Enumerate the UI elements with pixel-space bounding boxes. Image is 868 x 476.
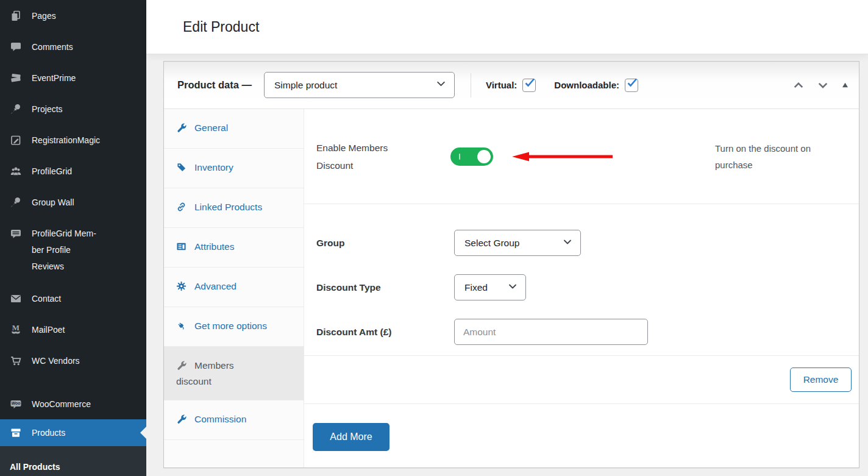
metabox-title: Product data — <box>177 79 252 91</box>
tab-attributes[interactable]: Attributes <box>164 228 304 268</box>
sidebar-item-label: Group Wall <box>32 197 146 208</box>
add-more-button[interactable]: Add More <box>313 423 390 451</box>
page-body: Product data — Simple product Virtual: D… <box>146 54 868 476</box>
discount-amount-input[interactable] <box>454 319 648 345</box>
group-select[interactable]: Select Group <box>454 230 581 256</box>
tab-general[interactable]: General <box>164 109 304 149</box>
sidebar-item-registrationmagic[interactable]: RegistrationMagic <box>0 124 146 155</box>
sidebar-item-comments[interactable]: Comments <box>0 31 146 62</box>
sidebar-item-eventprime[interactable]: EventPrime <box>0 62 146 93</box>
email-icon <box>0 293 32 305</box>
sidebar-item-label: ProfileGrid <box>32 166 146 177</box>
sidebar-item-label: WooCommerce <box>32 399 146 410</box>
page-title: Edit Product <box>183 19 259 35</box>
group-row: Group Select Group <box>316 230 859 256</box>
enable-discount-toggle[interactable] <box>450 147 493 166</box>
toggle-on-tick <box>459 154 460 160</box>
sidebar-item-group-wall[interactable]: Group Wall <box>0 186 146 218</box>
svg-text:Woo: Woo <box>12 401 21 405</box>
sidebar-item-wc-vendors[interactable]: WC Vendors <box>0 345 146 376</box>
tickets-icon <box>0 72 32 84</box>
tab-advanced[interactable]: Advanced <box>164 268 304 307</box>
pages-icon <box>0 10 32 22</box>
sidebar-item-woocommerce[interactable]: Woo WooCommerce <box>0 388 146 419</box>
tab-commission[interactable]: Commission <box>164 400 304 440</box>
group-select-value: Select Group <box>464 238 519 249</box>
sidebar-item-projects[interactable]: Projects <box>0 93 146 124</box>
svg-text:M: M <box>12 324 20 332</box>
downloadable-checkbox[interactable] <box>625 79 638 92</box>
product-type-select[interactable]: Simple product <box>264 72 455 98</box>
page-header: Edit Product <box>146 0 868 54</box>
tab-members-discount[interactable]: Members discount <box>164 347 304 400</box>
sidebar-item-label: MailPoet <box>32 324 146 335</box>
enable-discount-label: Enable Members Discount <box>316 139 408 174</box>
pushpin-icon <box>0 103 32 115</box>
comments-icon <box>0 41 32 53</box>
discount-fields: Group Select Group Discount Type Fixed <box>304 204 859 356</box>
wrench-icon <box>176 414 187 428</box>
enable-discount-help: Turn on the discount on purchase <box>715 140 834 173</box>
pushpin-icon <box>0 196 32 208</box>
header-divider <box>471 73 471 98</box>
chevron-down-icon <box>508 282 518 294</box>
sidebar-item-label: Projects <box>32 104 146 115</box>
members-discount-panel: Enable Members Discount Turn on the disc… <box>304 109 859 467</box>
tab-inventory[interactable]: Inventory <box>164 149 304 188</box>
woocommerce-icon: Woo <box>0 398 32 410</box>
form-icon <box>176 241 187 255</box>
sidebar-item-label: Products <box>32 427 146 438</box>
order-up-icon[interactable] <box>792 79 805 91</box>
products-submenu: All Products <box>0 446 146 476</box>
discount-type-value: Fixed <box>464 282 488 293</box>
virtual-checkbox-label[interactable]: Virtual: <box>486 79 536 92</box>
gear-icon <box>176 281 187 295</box>
sidebar-item-pages[interactable]: Pages <box>0 0 146 31</box>
sidebar-item-label: Comments <box>32 41 146 52</box>
tab-get-more-options[interactable]: Get more options <box>164 307 304 347</box>
active-menu-notch <box>140 427 146 439</box>
sidebar-item-contact[interactable]: Contact <box>0 283 146 314</box>
sidebar-item-mailpoet[interactable]: M MailPoet <box>0 314 146 345</box>
remove-button[interactable]: Remove <box>790 368 852 392</box>
tab-linked-products[interactable]: Linked Products <box>164 188 304 228</box>
product-type-value: Simple product <box>274 80 337 91</box>
product-data-tabs: General Inventory Linked Products Attrib… <box>164 109 304 467</box>
link-icon <box>176 202 187 216</box>
sidebar-item-label: WC Vendors <box>32 355 146 366</box>
product-data-header: Product data — Simple product Virtual: D… <box>164 62 859 109</box>
sidebar-item-label: ProfileGrid Mem­ber Profile Reviews <box>32 226 98 275</box>
cart-icon <box>0 355 32 367</box>
order-down-icon[interactable] <box>817 79 829 91</box>
sidebar-item-label: Pages <box>32 10 146 21</box>
add-more-row: Add More <box>304 404 859 451</box>
chevron-down-icon <box>563 237 572 249</box>
wrench-icon <box>176 360 187 374</box>
sidebar-item-label: EventPrime <box>32 73 146 83</box>
plug-icon <box>176 321 187 335</box>
products-box-icon <box>0 427 32 439</box>
groups-icon <box>0 165 32 177</box>
sidebar-item-profilegrid[interactable]: ProfileGrid <box>0 155 146 186</box>
downloadable-checkbox-label[interactable]: Downloadable: <box>554 79 638 92</box>
remove-row: Remove <box>304 356 859 404</box>
discount-amount-label: Discount Amt (£) <box>316 327 454 338</box>
sidebar-item-products[interactable]: Products <box>0 419 146 446</box>
group-label: Group <box>316 238 454 249</box>
virtual-checkbox[interactable] <box>522 79 536 92</box>
sidebar-item-label: RegistrationMagic <box>32 135 146 146</box>
review-bubble-icon <box>0 228 32 240</box>
submenu-item-all-products[interactable]: All Products <box>0 458 146 475</box>
registration-edit-icon <box>0 134 32 146</box>
discount-type-row: Discount Type Fixed <box>316 274 859 300</box>
tag-icon <box>176 162 187 176</box>
chevron-down-icon <box>436 79 446 91</box>
sidebar-item-label: Contact <box>32 293 146 304</box>
sidebar-item-profilegrid-member-reviews[interactable]: ProfileGrid Mem­ber Profile Reviews <box>0 218 146 283</box>
red-annotation-arrow-icon <box>511 150 614 163</box>
collapse-icon[interactable] <box>841 81 849 89</box>
mailpoet-icon: M <box>0 324 32 336</box>
discount-type-select[interactable]: Fixed <box>454 274 526 300</box>
enable-discount-row: Enable Members Discount Turn on the disc… <box>304 109 859 204</box>
product-data-body: General Inventory Linked Products Attrib… <box>164 109 859 467</box>
